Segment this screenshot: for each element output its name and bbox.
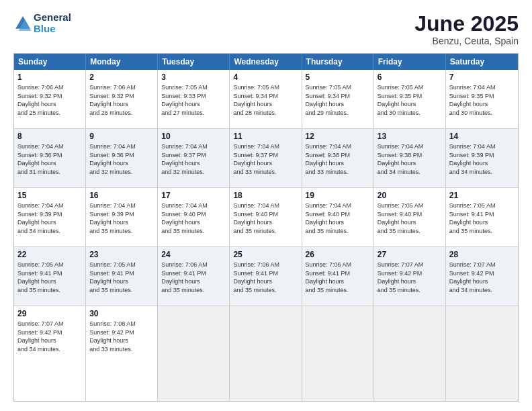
- calendar-page: General Blue June 2025 Benzu, Ceuta, Spa…: [0, 0, 532, 411]
- day-1: 1 Sunrise: 7:06 AMSunset: 9:32 PMDayligh…: [14, 70, 86, 128]
- day-10: 10 Sunrise: 7:04 AMSunset: 9:37 PMDaylig…: [158, 129, 230, 187]
- week-2: 8 Sunrise: 7:04 AMSunset: 9:36 PMDayligh…: [14, 129, 518, 188]
- title-block: June 2025 Benzu, Ceuta, Spain: [414, 12, 519, 46]
- day-4: 4 Sunrise: 7:05 AMSunset: 9:34 PMDayligh…: [230, 70, 302, 128]
- day-21: 21 Sunrise: 7:05 AMSunset: 9:41 PMDaylig…: [446, 188, 518, 246]
- calendar-subtitle: Benzu, Ceuta, Spain: [414, 36, 519, 46]
- logo-text: General Blue: [34, 12, 71, 34]
- calendar-table: Sunday Monday Tuesday Wednesday Thursday…: [13, 53, 519, 402]
- day-23: 23 Sunrise: 7:05 AMSunset: 9:41 PMDaylig…: [86, 247, 158, 306]
- day-2: 2 Sunrise: 7:06 AMSunset: 9:32 PMDayligh…: [86, 70, 158, 128]
- empty-cell-1: [158, 306, 230, 401]
- day-29: 29 Sunrise: 7:07 AMSunset: 9:42 PMDaylig…: [14, 306, 86, 401]
- calendar-title: June 2025: [414, 12, 519, 36]
- day-8: 8 Sunrise: 7:04 AMSunset: 9:36 PMDayligh…: [14, 129, 86, 187]
- day-3: 3 Sunrise: 7:05 AMSunset: 9:33 PMDayligh…: [158, 70, 230, 128]
- logo-icon: [13, 14, 32, 33]
- empty-cell-5: [446, 306, 518, 401]
- empty-cell-4: [374, 306, 446, 401]
- day-6: 6 Sunrise: 7:05 AMSunset: 9:35 PMDayligh…: [374, 70, 446, 128]
- day-28: 28 Sunrise: 7:07 AMSunset: 9:42 PMDaylig…: [446, 247, 518, 306]
- day-22: 22 Sunrise: 7:05 AMSunset: 9:41 PMDaylig…: [14, 247, 86, 306]
- day-16: 16 Sunrise: 7:04 AMSunset: 9:39 PMDaylig…: [86, 188, 158, 246]
- day-17: 17 Sunrise: 7:04 AMSunset: 9:40 PMDaylig…: [158, 188, 230, 246]
- day-9: 9 Sunrise: 7:04 AMSunset: 9:36 PMDayligh…: [86, 129, 158, 187]
- day-13: 13 Sunrise: 7:04 AMSunset: 9:38 PMDaylig…: [374, 129, 446, 187]
- header-friday: Friday: [374, 54, 446, 70]
- day-18: 18 Sunrise: 7:04 AMSunset: 9:40 PMDaylig…: [230, 188, 302, 246]
- day-11: 11 Sunrise: 7:04 AMSunset: 9:37 PMDaylig…: [230, 129, 302, 187]
- day-5: 5 Sunrise: 7:05 AMSunset: 9:34 PMDayligh…: [302, 70, 374, 128]
- day-12: 12 Sunrise: 7:04 AMSunset: 9:38 PMDaylig…: [302, 129, 374, 187]
- day-30: 30 Sunrise: 7:08 AMSunset: 9:42 PMDaylig…: [86, 306, 158, 401]
- header-saturday: Saturday: [446, 54, 518, 70]
- week-4: 22 Sunrise: 7:05 AMSunset: 9:41 PMDaylig…: [14, 247, 518, 306]
- header-monday: Monday: [86, 54, 158, 70]
- day-27: 27 Sunrise: 7:07 AMSunset: 9:42 PMDaylig…: [374, 247, 446, 306]
- day-26: 26 Sunrise: 7:06 AMSunset: 9:41 PMDaylig…: [302, 247, 374, 306]
- header-tuesday: Tuesday: [158, 54, 230, 70]
- day-14: 14 Sunrise: 7:04 AMSunset: 9:39 PMDaylig…: [446, 129, 518, 187]
- day-19: 19 Sunrise: 7:04 AMSunset: 9:40 PMDaylig…: [302, 188, 374, 246]
- week-5: 29 Sunrise: 7:07 AMSunset: 9:42 PMDaylig…: [14, 306, 518, 401]
- day-7: 7 Sunrise: 7:04 AMSunset: 9:35 PMDayligh…: [446, 70, 518, 128]
- day-20: 20 Sunrise: 7:05 AMSunset: 9:40 PMDaylig…: [374, 188, 446, 246]
- empty-cell-3: [302, 306, 374, 401]
- week-1: 1 Sunrise: 7:06 AMSunset: 9:32 PMDayligh…: [14, 70, 518, 129]
- day-15: 15 Sunrise: 7:04 AMSunset: 9:39 PMDaylig…: [14, 188, 86, 246]
- empty-cell-2: [230, 306, 302, 401]
- header-thursday: Thursday: [302, 54, 374, 70]
- calendar-header: Sunday Monday Tuesday Wednesday Thursday…: [14, 54, 518, 70]
- page-header: General Blue June 2025 Benzu, Ceuta, Spa…: [13, 12, 519, 46]
- week-3: 15 Sunrise: 7:04 AMSunset: 9:39 PMDaylig…: [14, 188, 518, 247]
- header-sunday: Sunday: [14, 54, 86, 70]
- header-wednesday: Wednesday: [230, 54, 302, 70]
- logo: General Blue: [13, 12, 71, 34]
- day-25: 25 Sunrise: 7:06 AMSunset: 9:41 PMDaylig…: [230, 247, 302, 306]
- day-24: 24 Sunrise: 7:06 AMSunset: 9:41 PMDaylig…: [158, 247, 230, 306]
